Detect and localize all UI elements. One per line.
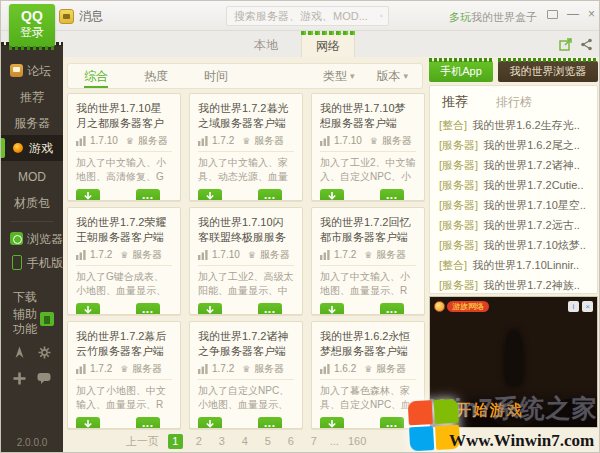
mobile-app-button[interactable]: 手机App bbox=[429, 61, 493, 82]
sidebar-item-games[interactable]: 游戏 bbox=[1, 135, 63, 161]
assist-toggle-icon[interactable] bbox=[40, 312, 54, 326]
server-card[interactable]: 我的世界1.7.2回忆都市服务器客户端 1.7.2 ♛ 服务器 加入了中文输入、… bbox=[311, 207, 425, 315]
more-button[interactable]: ••• bbox=[136, 417, 160, 429]
recommend-panel: 推荐 排行榜 [整合] 我的世界1.6.2生存光.. [服务器] 我的世界1.6… bbox=[429, 85, 598, 294]
server-card[interactable]: 我的世界1.7.2暮光之域服务器客户端 1.7.2 ♛ 服务器 加入了中文输入、… bbox=[189, 93, 303, 201]
download-button[interactable] bbox=[320, 417, 344, 429]
list-item[interactable]: [服务器] 我的世界1.7.10炫梦.. bbox=[430, 235, 597, 255]
server-card[interactable]: 我的世界1.7.10梦想服务器客户端 1.7.10 ♛ 服务器 加入了工业2、中… bbox=[311, 93, 425, 201]
sidebar-item-label: 论坛 bbox=[27, 64, 51, 78]
ad-info-icon[interactable]: i bbox=[568, 301, 579, 312]
page-6[interactable]: 6 bbox=[284, 435, 298, 447]
server-card-title: 我的世界1.7.10星月之都服务器客户端 bbox=[76, 101, 172, 131]
sidebar-item-assist[interactable]: 辅助 功能 bbox=[1, 307, 63, 337]
tab-network[interactable]: 网络 bbox=[301, 33, 355, 57]
version-dropdown[interactable]: 版本 ▾ bbox=[376, 68, 408, 85]
page-7[interactable]: 7 bbox=[307, 435, 321, 447]
tabbar-tools bbox=[559, 37, 593, 55]
search-input[interactable] bbox=[227, 10, 380, 22]
list-item[interactable]: [服务器] 我的世界1.7.2诸神.. bbox=[430, 155, 597, 175]
page-4[interactable]: 4 bbox=[238, 435, 252, 447]
list-item[interactable]: [整合] 我的世界1.6.2生存光.. bbox=[430, 115, 597, 135]
page-1[interactable]: 1 bbox=[168, 434, 183, 449]
recommend-panel-tabs: 推荐 排行榜 bbox=[430, 86, 597, 115]
more-button[interactable]: ••• bbox=[258, 189, 282, 201]
qq-login-line2: 登录 bbox=[9, 25, 55, 40]
more-button[interactable]: ••• bbox=[136, 189, 160, 201]
list-item[interactable]: [服务器] 我的世界1.7.2Cutie.. bbox=[430, 175, 597, 195]
sidebar-item-mod[interactable]: MOD bbox=[1, 165, 63, 189]
page-2[interactable]: 2 bbox=[192, 435, 206, 447]
tab-recommend[interactable]: 推荐 bbox=[442, 93, 468, 111]
more-button[interactable]: ••• bbox=[380, 303, 404, 315]
more-button[interactable]: ••• bbox=[380, 417, 404, 429]
download-button[interactable] bbox=[76, 303, 100, 315]
server-card[interactable]: 我的世界1.7.2荣耀王朝服务器客户端 1.7.2 ♛ 服务器 加入了G键合成表… bbox=[67, 207, 181, 315]
more-button[interactable]: ••• bbox=[380, 189, 404, 201]
download-button[interactable] bbox=[320, 189, 344, 201]
sort-comprehensive[interactable]: 综合 bbox=[84, 64, 108, 88]
sidebar-item-forum[interactable]: 论坛 bbox=[1, 59, 63, 83]
sidebar-item-download[interactable]: 下载 bbox=[1, 285, 63, 309]
more-button[interactable]: ••• bbox=[258, 417, 282, 429]
list-item[interactable]: [服务器] 我的世界1.7.10星空.. bbox=[430, 195, 597, 215]
download-button[interactable] bbox=[198, 303, 222, 315]
ad-provider-label: 游族网络 bbox=[447, 301, 489, 312]
list-item[interactable]: [服务器] 我的世界1.7.2远古.. bbox=[430, 215, 597, 235]
sort-popularity[interactable]: 热度 bbox=[144, 64, 168, 88]
downloads-chart-icon bbox=[76, 136, 86, 146]
list-item[interactable]: [服务器] 我的世界1.7.2神族.. bbox=[430, 275, 597, 294]
qq-login-button[interactable]: QQ 登录 bbox=[9, 4, 55, 47]
page-3[interactable]: 3 bbox=[215, 435, 229, 447]
sidebar-item-servers[interactable]: 服务器 bbox=[1, 111, 63, 135]
server-card[interactable]: 我的世界1.7.10星月之都服务器客户端 1.7.10 ♛ 服务器 加入了中文输… bbox=[67, 93, 181, 201]
sidebar-item-texturepacks[interactable]: 材质包 bbox=[1, 191, 63, 215]
download-button[interactable] bbox=[76, 417, 100, 429]
messages-button[interactable]: 消息 bbox=[59, 8, 103, 25]
sidebar-item-browser[interactable]: 浏览器 bbox=[1, 227, 63, 251]
server-type: 服务器 bbox=[376, 362, 406, 376]
tab-ranking[interactable]: 排行榜 bbox=[496, 94, 532, 111]
popout-icon[interactable] bbox=[559, 37, 572, 55]
ad-close-icon[interactable]: × bbox=[582, 301, 593, 312]
more-button[interactable]: ••• bbox=[258, 303, 282, 315]
mc-browser-button[interactable]: 我的世界浏览器 bbox=[498, 61, 598, 82]
item-tag: [服务器] bbox=[439, 199, 478, 211]
prev-page-button[interactable]: 上一页 bbox=[126, 434, 159, 449]
share-icon[interactable] bbox=[580, 37, 593, 55]
item-title: 我的世界1.7.2Cutie.. bbox=[483, 179, 583, 191]
download-button[interactable] bbox=[198, 417, 222, 429]
card-divider bbox=[198, 379, 294, 380]
page-ellipsis: ... bbox=[330, 435, 339, 447]
download-button[interactable] bbox=[76, 189, 100, 201]
sidebar-item-mobile[interactable]: 手机版 bbox=[1, 251, 63, 275]
app-version: 2.0.0.0 bbox=[1, 437, 63, 448]
sidebar-item-recommend[interactable]: 推荐 bbox=[1, 85, 63, 109]
card-actions: ••• bbox=[198, 189, 294, 201]
more-button[interactable]: ••• bbox=[136, 303, 160, 315]
minimize-button[interactable]: — bbox=[567, 7, 579, 21]
server-badge-icon: ♛ bbox=[120, 250, 128, 260]
tab-local[interactable]: 本地 bbox=[239, 33, 293, 57]
server-card[interactable]: 我的世界1.7.10闪客联盟终极服服务器客户端 1.7.10 ♛ 服务器 加入了… bbox=[189, 207, 303, 315]
card-divider bbox=[198, 265, 294, 266]
page-last[interactable]: 160 bbox=[348, 435, 366, 447]
download-button[interactable] bbox=[320, 303, 344, 315]
skin-icon[interactable] bbox=[547, 10, 558, 19]
gear-icon[interactable] bbox=[38, 345, 51, 363]
page-5[interactable]: 5 bbox=[261, 435, 275, 447]
download-button[interactable] bbox=[198, 189, 222, 201]
type-dropdown[interactable]: 类型 ▾ bbox=[323, 68, 355, 85]
server-card[interactable]: 我的世界1.7.2幕后云竹服务器客户端 1.7.2 ♛ 服务器 加入了小地图、中… bbox=[67, 321, 181, 429]
server-card[interactable]: 我的世界1.7.2诸神之争服务器客户端 1.7.2 ♛ 服务器 加入了自定义NP… bbox=[189, 321, 303, 429]
item-tag: [服务器] bbox=[439, 159, 478, 171]
list-item[interactable]: [服务器] 我的世界1.6.2尾之.. bbox=[430, 135, 597, 155]
sort-time[interactable]: 时间 bbox=[204, 64, 228, 88]
search-icon[interactable] bbox=[380, 10, 383, 22]
cursor-icon[interactable] bbox=[13, 345, 26, 363]
move-icon[interactable] bbox=[13, 371, 26, 389]
list-item[interactable]: [整合] 我的世界1.7.10Linnir.. bbox=[430, 255, 597, 275]
feedback-icon[interactable] bbox=[37, 371, 51, 389]
close-button[interactable]: × bbox=[588, 7, 595, 21]
ad-start-game-button[interactable]: 开始游戏 bbox=[456, 401, 524, 420]
